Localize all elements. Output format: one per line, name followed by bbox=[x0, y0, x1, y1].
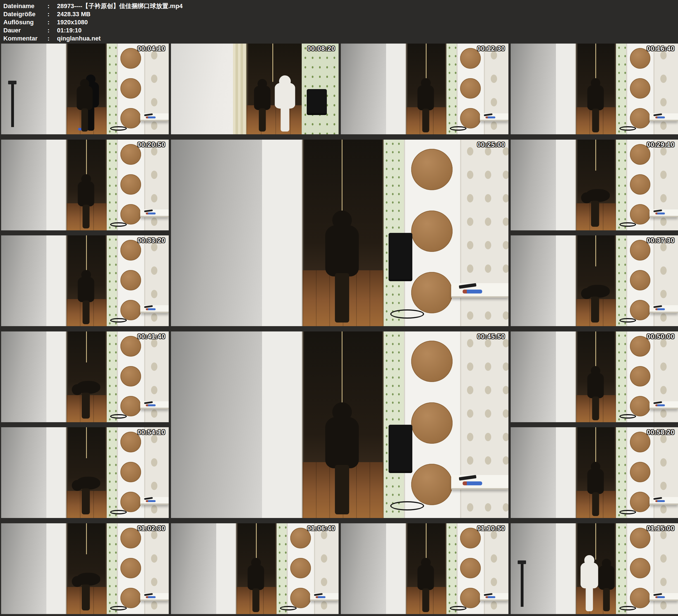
wall-bench bbox=[140, 113, 169, 120]
panel-circle bbox=[120, 462, 141, 482]
frame-timestamp: 00:50:00 bbox=[647, 333, 675, 340]
cable-ring bbox=[110, 318, 127, 322]
figure-silhouette bbox=[75, 270, 97, 324]
video-frame-thumbnail: 01:10:50 bbox=[341, 523, 509, 614]
silhouette-body bbox=[78, 181, 95, 206]
tv-remote bbox=[484, 593, 492, 596]
panel-circle bbox=[120, 300, 141, 320]
circle-panel-column bbox=[626, 44, 654, 134]
wall-bench bbox=[140, 497, 169, 503]
panel-circle bbox=[460, 558, 481, 578]
circle-panel-column bbox=[404, 332, 461, 518]
white-wall bbox=[556, 332, 576, 422]
dotted-wallpaper bbox=[145, 332, 169, 422]
cable-ring bbox=[619, 222, 636, 227]
wall-bench bbox=[649, 593, 678, 600]
dotted-wallpaper bbox=[654, 332, 678, 422]
panel-circle bbox=[630, 174, 650, 195]
hanging-rope bbox=[86, 235, 87, 272]
silhouette-body bbox=[76, 381, 100, 394]
blue-marker bbox=[146, 405, 156, 406]
dotted-wallpaper bbox=[315, 523, 339, 614]
silhouette-legs bbox=[82, 393, 90, 419]
left-wall bbox=[511, 523, 556, 614]
wall-bench bbox=[451, 283, 509, 296]
blue-marker bbox=[316, 596, 326, 598]
silhouette-legs bbox=[82, 584, 90, 610]
vine-wallpaper bbox=[107, 140, 117, 230]
panel-circle bbox=[630, 366, 650, 386]
silhouette-body bbox=[326, 225, 359, 276]
left-wall bbox=[511, 140, 556, 230]
silhouette-legs bbox=[592, 492, 599, 516]
left-wall bbox=[1, 427, 46, 518]
tv-remote bbox=[484, 113, 492, 116]
figure-silhouette bbox=[74, 79, 95, 132]
tripod-pole bbox=[521, 563, 524, 607]
wall-bench bbox=[480, 113, 509, 120]
wall-bench bbox=[310, 593, 339, 600]
left-wall bbox=[511, 44, 556, 134]
hanging-rope bbox=[595, 427, 596, 464]
white-wall bbox=[556, 235, 576, 326]
panel-circle bbox=[460, 78, 481, 99]
silhouette-legs bbox=[335, 273, 349, 322]
metadata-row-filename: Dateiname:28973----【子衿原创】佳佳捆绑口球放置.mp4 bbox=[3, 2, 678, 10]
dotted-wallpaper bbox=[461, 332, 509, 518]
wall-bench bbox=[649, 209, 678, 216]
panel-circle bbox=[411, 464, 453, 505]
video-frame-thumbnail: 00:37:30 bbox=[511, 235, 678, 326]
panel-circle bbox=[120, 366, 141, 386]
left-wall bbox=[511, 427, 556, 518]
frame-timestamp: 01:15:00 bbox=[647, 525, 675, 532]
cable-ring bbox=[619, 510, 636, 514]
hanging-rope bbox=[595, 44, 596, 80]
hanging-rope bbox=[256, 523, 257, 560]
silhouette-body bbox=[76, 477, 100, 490]
left-wall bbox=[511, 235, 556, 326]
filename-value: 28973----【子衿原创】佳佳捆绑口球放置.mp4 bbox=[57, 2, 183, 10]
video-contact-sheet: Dateiname:28973----【子衿原创】佳佳捆绑口球放置.mp4 Da… bbox=[0, 0, 678, 616]
hanging-rope bbox=[595, 235, 596, 266]
frame-timestamp: 00:29:10 bbox=[647, 141, 675, 149]
silhouette-body bbox=[587, 373, 604, 398]
white-wall bbox=[386, 523, 406, 614]
panel-circle bbox=[120, 108, 141, 128]
dotted-wallpaper bbox=[654, 140, 678, 230]
dotted-wallpaper bbox=[654, 235, 678, 326]
video-frame-thumbnail: 00:16:40 bbox=[511, 44, 678, 134]
black-chair bbox=[307, 89, 327, 114]
cable-ring bbox=[619, 606, 636, 610]
video-frame-thumbnail: 01:02:30 bbox=[1, 523, 169, 614]
silhouette-legs bbox=[592, 396, 599, 421]
frame-timestamp: 00:58:20 bbox=[647, 429, 675, 436]
white-wall bbox=[216, 523, 236, 614]
tv-remote bbox=[144, 401, 153, 404]
cable-ring bbox=[280, 606, 297, 610]
figure-silhouette bbox=[415, 78, 437, 132]
blue-marker bbox=[655, 500, 665, 502]
vine-wallpaper bbox=[616, 523, 626, 614]
hanging-rope bbox=[86, 523, 87, 554]
left-wall bbox=[1, 44, 46, 134]
hanging-rope bbox=[86, 332, 87, 362]
tv-remote bbox=[144, 593, 153, 596]
filesize-label: Dateigröße bbox=[3, 10, 47, 18]
blue-marker bbox=[463, 290, 482, 294]
panel-circle bbox=[630, 492, 650, 512]
video-frame-thumbnail: 00:50:00 bbox=[511, 332, 678, 422]
cable-ring bbox=[390, 309, 424, 319]
circle-panel-column bbox=[456, 523, 485, 614]
left-wall bbox=[1, 235, 46, 326]
vine-wallpaper bbox=[616, 140, 626, 230]
blue-marker bbox=[146, 116, 156, 118]
circle-panel-column bbox=[117, 332, 145, 422]
wall-bench bbox=[649, 305, 678, 312]
video-frame-thumbnail: 00:33:20 bbox=[1, 235, 169, 326]
circle-panel-column bbox=[117, 140, 145, 230]
panel-circle bbox=[630, 588, 650, 608]
frame-timestamp: 00:04:10 bbox=[138, 45, 165, 52]
panel-circle bbox=[120, 204, 141, 225]
silhouette-legs bbox=[81, 108, 88, 131]
wall-bench bbox=[649, 401, 678, 408]
